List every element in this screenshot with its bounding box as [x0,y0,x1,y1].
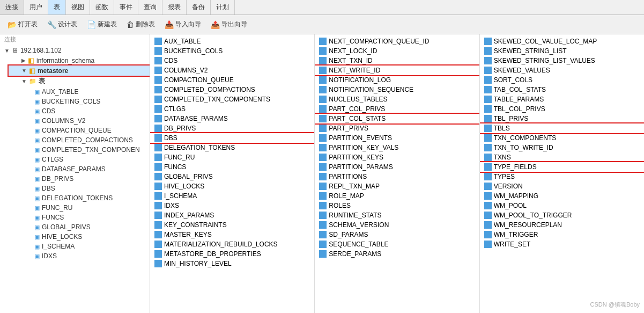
table-row[interactable]: AUX_TABLE [150,37,314,46]
nav-view[interactable]: 视图 [66,0,90,14]
nav-report[interactable]: 报表 [162,0,187,14]
table-row[interactable]: COMPACTION_QUEUE [150,75,314,85]
table-row[interactable]: WM_TRIGGER [480,230,644,239]
sidebar-table-item[interactable]: ▣COLUMNS_V2 [21,116,150,126]
table-row[interactable]: REPL_TXN_MAP [315,181,479,191]
table-row[interactable]: TAB_COL_STATS [480,85,644,94]
nav-user[interactable]: 用户 [24,0,48,14]
nav-event[interactable]: 事件 [114,0,138,14]
nav-table[interactable]: 表 [48,0,66,14]
table-row[interactable]: WRITE_SET [480,239,644,249]
table-row[interactable]: ROLE_MAP [315,191,479,201]
table-row[interactable]: INDEX_PARAMS [150,210,314,220]
table-row[interactable]: SKEWED_STRING_LIST [480,46,644,56]
table-row[interactable]: PARTITIONS [315,172,479,181]
table-row[interactable]: PARTITION_PARAMS [315,162,479,172]
table-row[interactable]: PART_PRIVS [315,123,479,133]
table-row[interactable]: NOTIFICATION_LOG [315,75,479,85]
table-row[interactable]: SORT_COLS [480,75,644,85]
table-row[interactable]: IDXS [150,201,314,210]
nav-query[interactable]: 查询 [138,0,162,14]
table-row[interactable]: TYPE_FIELDS [480,162,644,172]
table-row[interactable]: NEXT_WRITE_ID [315,65,479,75]
table-row[interactable]: DELEGATION_TOKENS [150,143,314,152]
import-wizard-button[interactable]: 📥 导入向导 [160,18,205,31]
table-row[interactable]: NUCLEUS_TABLES [315,94,479,104]
table-row[interactable]: NEXT_LOCK_ID [315,46,479,56]
table-row[interactable]: PARTITION_KEYS [315,152,479,162]
table-row[interactable]: CDS [150,56,314,65]
table-row[interactable]: METASTORE_DB_PROPERTIES [150,249,314,259]
table-row[interactable]: SERDE_PARAMS [315,249,479,259]
db-metastore[interactable]: ▼ ◧ metastore [9,65,150,76]
sidebar-table-item[interactable]: ▣I_SCHEMA [21,242,150,251]
table-row[interactable]: SKEWED_COL_VALUE_LOC_MAP [480,37,644,46]
delete-table-button[interactable]: 🗑 删除表 [122,18,159,31]
table-row[interactable]: GLOBAL_PRIVS [150,172,314,181]
table-row[interactable]: I_SCHEMA [150,191,314,201]
sidebar-table-item[interactable]: ▣DATABASE_PARAMS [21,164,150,174]
table-row[interactable]: CTLGS [150,104,314,114]
table-row[interactable]: BUCKETING_COLS [150,46,314,56]
sidebar-table-item[interactable]: ▣BUCKETING_COLS [21,97,150,106]
table-row[interactable]: TBL_PRIVS [480,114,644,123]
sidebar-table-item[interactable]: ▣COMPLETED_TXN_COMPONEN [21,145,150,155]
sidebar-table-item[interactable]: ▣COMPLETED_COMPACTIONS [21,135,150,145]
table-row[interactable]: TXN_TO_WRITE_ID [480,143,644,152]
table-row[interactable]: WM_POOL [480,201,644,210]
sidebar-table-item[interactable]: ▣COMPACTION_QUEUE [21,126,150,135]
sidebar-table-item[interactable]: ▣GLOBAL_PRIVS [21,222,150,232]
nav-func[interactable]: 函数 [90,0,114,14]
table-row[interactable]: KEY_CONSTRAINTS [150,220,314,230]
table-row[interactable]: WM_POOL_TO_TRIGGER [480,210,644,220]
table-row[interactable]: SD_PARAMS [315,230,479,239]
sidebar-table-item[interactable]: ▣DB_PRIVS [21,174,150,184]
design-table-button[interactable]: 🔧 设计表 [43,18,82,31]
sidebar-table-item[interactable]: ▣CTLGS [21,155,150,164]
table-row[interactable]: DB_PRIVS [150,123,314,133]
table-row[interactable]: WM_MAPPING [480,191,644,201]
sidebar-table-item[interactable]: ▣AUX_TABLE [21,87,150,97]
nav-backup[interactable]: 备份 [187,0,211,14]
table-row[interactable]: DBS [150,133,314,143]
table-row[interactable]: SCHEMA_VERSION [315,220,479,230]
table-row[interactable]: RUNTIME_STATS [315,210,479,220]
table-row[interactable]: COMPLETED_TXN_COMPONENTS [150,94,314,104]
export-wizard-button[interactable]: 📤 导出向导 [206,18,251,31]
table-row[interactable]: PART_COL_PRIVS [315,104,479,114]
sidebar-table-item[interactable]: ▣CDS [21,106,150,116]
table-row[interactable]: PART_COL_STATS [315,114,479,123]
table-row[interactable]: WM_RESOURCEPLAN [480,220,644,230]
table-row[interactable]: HIVE_LOCKS [150,181,314,191]
sidebar-table-item[interactable]: ▣DBS [21,184,150,193]
sidebar-table-item[interactable]: ▣DELEGATION_TOKENS [21,193,150,203]
sidebar-table-item[interactable]: ▣IDXS [21,251,150,261]
table-row[interactable]: SKEWED_STRING_LIST_VALUES [480,56,644,65]
table-row[interactable]: NEXT_TXN_ID [315,56,479,65]
table-row[interactable]: SEQUENCE_TABLE [315,239,479,249]
server-header[interactable]: ▼ 🖥 192.168.1.102 [0,46,150,55]
table-row[interactable]: ROLES [315,201,479,210]
sidebar-table-item[interactable]: ▣HIVE_LOCKS [21,232,150,242]
sidebar-table-item[interactable]: ▣FUNC_RU [21,203,150,213]
table-row[interactable]: SKEWED_VALUES [480,65,644,75]
nav-schedule[interactable]: 计划 [211,0,235,14]
open-table-button[interactable]: 📂 打开表 [3,18,42,31]
tables-folder[interactable]: ▼ 📁 表 [17,76,150,87]
table-row[interactable]: FUNCS [150,162,314,172]
table-row[interactable]: TYPES [480,172,644,181]
table-row[interactable]: PARTITION_KEY_VALS [315,143,479,152]
nav-connect[interactable]: 连接 [0,0,24,14]
table-row[interactable]: FUNC_RU [150,152,314,162]
table-row[interactable]: TBLS [480,123,644,133]
sidebar-table-item[interactable]: ▣FUNCS [21,213,150,222]
table-row[interactable]: MASTER_KEYS [150,230,314,239]
table-row[interactable]: TABLE_PARAMS [480,94,644,104]
table-row[interactable]: VERSION [480,181,644,191]
new-table-button[interactable]: 📄 新建表 [83,18,121,31]
table-row[interactable]: NOTIFICATION_SEQUENCE [315,85,479,94]
table-row[interactable]: MIN_HISTORY_LEVEL [150,259,314,268]
table-row[interactable]: DATABASE_PARAMS [150,114,314,123]
db-information-schema[interactable]: ▶ ◧ information_schema [9,55,150,65]
table-row[interactable]: TXNS [480,152,644,162]
